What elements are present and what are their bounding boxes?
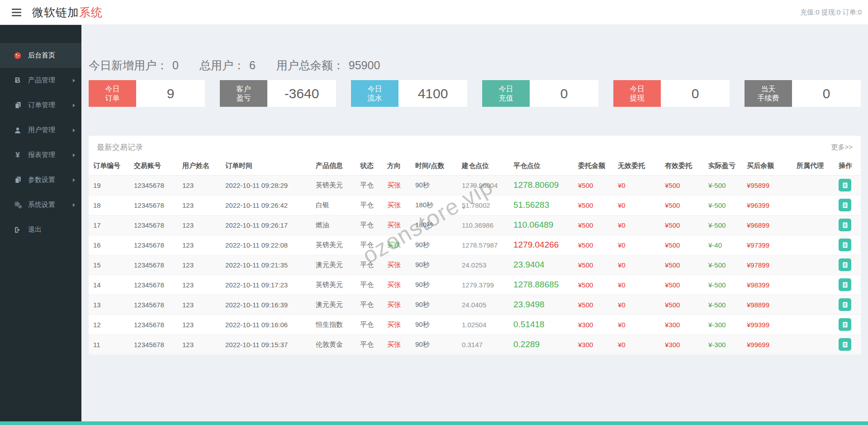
cell-op	[834, 175, 861, 195]
cell-name: 123	[178, 215, 221, 235]
sidebar-item[interactable]: 后台首页	[0, 43, 81, 68]
cell-open: 1279.96004	[457, 175, 509, 195]
stat-card: 今日 订单 9	[89, 80, 205, 107]
cell-name: 123	[178, 255, 221, 275]
cell-id: 12	[89, 315, 129, 334]
cell-id: 19	[89, 175, 129, 195]
cell-valid: ¥500	[660, 215, 704, 235]
sidebar-item[interactable]: 退出	[0, 217, 81, 242]
stat-card-value: 4100	[398, 80, 467, 107]
column-header: 买后余额	[742, 157, 792, 175]
cell-direction: 买张	[383, 275, 411, 295]
summary-stat-value: 0	[172, 59, 179, 72]
latest-trades-panel: 最新交易记录 更多>> 订单编号交易账号用户姓名订单时间产品信息状态方向时间/点…	[89, 136, 861, 355]
column-header: 有效委托	[660, 157, 704, 175]
cell-amount: ¥500	[574, 255, 613, 275]
stat-card-value: 9	[136, 80, 205, 107]
chevron-right-icon	[73, 104, 75, 107]
cell-status: 平仓	[356, 235, 383, 255]
stat-card: 今日 提现 0	[613, 80, 730, 107]
cell-agent	[792, 315, 834, 334]
horizontal-scrollbar[interactable]	[0, 421, 868, 425]
column-header: 状态	[356, 157, 383, 175]
cell-valid: ¥500	[660, 295, 704, 315]
cell-duration: 180秒	[411, 215, 457, 235]
cell-profit: ¥-40	[704, 235, 742, 255]
cell-time: 2022-10-11 09:22:08	[221, 235, 311, 255]
table-row: 11123456781232022-10-11 09:15:37伦敦黄金平仓买张…	[89, 334, 861, 354]
cell-op	[834, 334, 861, 354]
column-header: 委托金额	[574, 157, 613, 175]
cell-valid: ¥300	[660, 334, 704, 354]
cell-op	[834, 295, 861, 315]
cell-product: 白银	[311, 195, 356, 215]
cell-open: 24.0405	[457, 295, 509, 315]
summary-stats: 今日新增用户：0 总用户：6 用户总余额：95900	[89, 58, 861, 73]
logout-icon	[12, 226, 23, 234]
cell-open: 0.3147	[457, 334, 509, 354]
cell-op	[834, 195, 861, 215]
cell-account: 12345678	[129, 275, 178, 295]
cell-name: 123	[178, 334, 221, 354]
cell-balance: ¥98899	[742, 295, 792, 315]
cell-account: 12345678	[129, 235, 178, 255]
cell-direction: 买张	[383, 215, 411, 235]
cell-direction: 买张	[383, 295, 411, 315]
view-order-button[interactable]	[839, 219, 851, 231]
sidebar-item[interactable]: 用户管理	[0, 118, 81, 143]
hamburger-menu-icon[interactable]	[12, 7, 21, 18]
cell-balance: ¥98399	[742, 275, 792, 295]
cell-duration: 90秒	[411, 334, 457, 354]
cell-duration: 90秒	[411, 235, 457, 255]
view-order-button[interactable]	[839, 179, 851, 191]
sidebar-item[interactable]: ¥ 报表管理	[0, 143, 81, 167]
cell-close: 1278.88685	[509, 275, 574, 295]
sidebar-item[interactable]: 订单管理	[0, 93, 81, 118]
sidebar-item-label: 参数设置	[28, 176, 55, 184]
view-order-button[interactable]	[839, 239, 851, 251]
cell-profit: ¥-500	[704, 195, 742, 215]
trades-table: 订单编号交易账号用户姓名订单时间产品信息状态方向时间/点数建仓点位平仓点位委托金…	[89, 157, 861, 355]
view-order-button[interactable]	[839, 318, 851, 331]
sidebar-menu: 后台首页 Ƀ 产品管理 订单管理 用户管理 ¥	[0, 25, 81, 242]
cell-account: 12345678	[129, 255, 178, 275]
sidebar-item-label: 系统设置	[28, 201, 55, 209]
cell-valid: ¥500	[660, 195, 704, 215]
cell-direction: 买张	[383, 175, 411, 195]
cell-amount: ¥500	[574, 275, 613, 295]
view-order-button[interactable]	[839, 199, 851, 211]
cell-profit: ¥-500	[704, 275, 742, 295]
cell-close: 1279.04266	[509, 235, 574, 255]
cell-close: 1278.80609	[509, 175, 574, 195]
view-order-button[interactable]	[839, 338, 851, 351]
cell-close: 0.2289	[509, 334, 574, 354]
cell-time: 2022-10-11 09:26:42	[221, 195, 311, 215]
sidebar-item[interactable]: 系统设置	[0, 192, 81, 217]
sidebar-item-label: 报表管理	[28, 151, 55, 159]
app-title: 微软链加系统	[32, 5, 103, 20]
cell-product: 英镑美元	[311, 235, 356, 255]
cell-agent	[792, 175, 834, 195]
sidebar-item[interactable]: 参数设置	[0, 167, 81, 192]
cell-product: 伦敦黄金	[311, 334, 356, 354]
sidebar-item-label: 后台首页	[28, 51, 55, 60]
table-row: 19123456781232022-10-11 09:28:29英镑美元平仓买张…	[89, 175, 861, 195]
more-link[interactable]: 更多>>	[831, 143, 853, 152]
column-header: 时间/点数	[411, 157, 457, 175]
stat-cards: 今日 订单 9 客户 盈亏 -3640 今日 流水 4100 今日 充值 0 今…	[89, 80, 861, 107]
view-order-button[interactable]	[839, 278, 851, 291]
files-icon	[12, 101, 23, 109]
cell-product: 英镑美元	[311, 275, 356, 295]
view-order-button[interactable]	[839, 298, 851, 311]
main-content: 今日新增用户：0 总用户：6 用户总余额：95900 今日 订单 9 客户 盈亏…	[81, 25, 868, 421]
table-row: 16123456781232022-10-11 09:22:08英镑美元平仓买跌…	[89, 235, 861, 255]
cell-account: 12345678	[129, 175, 178, 195]
cell-invalid: ¥0	[613, 275, 660, 295]
top-header: 微软链加系统 充值:0 提现:0 订单:0	[0, 0, 868, 25]
cell-amount: ¥500	[574, 295, 613, 315]
cell-op	[834, 315, 861, 334]
chevron-right-icon	[73, 178, 75, 182]
view-order-button[interactable]	[839, 258, 851, 271]
stat-card-value: 0	[530, 80, 598, 107]
sidebar-item[interactable]: Ƀ 产品管理	[0, 68, 81, 93]
